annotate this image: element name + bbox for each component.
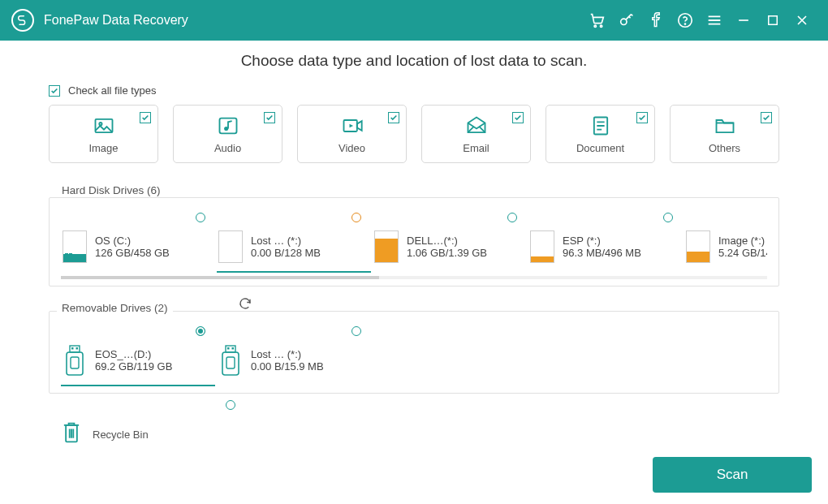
type-card-video[interactable]: Video xyxy=(297,105,407,163)
scan-button[interactable]: Scan xyxy=(653,457,812,493)
svg-rect-5 xyxy=(769,16,778,25)
type-label: Audio xyxy=(214,142,241,154)
key-icon[interactable] xyxy=(612,6,641,35)
type-card-others[interactable]: Others xyxy=(670,105,779,163)
svg-rect-17 xyxy=(71,347,74,350)
radio-selected-icon xyxy=(196,326,205,336)
disk-icon xyxy=(374,230,399,263)
drive-size: 5.24 GB/14.9 GB xyxy=(718,247,767,259)
trash-icon xyxy=(60,420,83,449)
type-card-document[interactable]: Document xyxy=(546,105,655,163)
drive-item[interactable]: Lost … (*:) 0.00 B/15.9 MB xyxy=(217,326,371,386)
type-label: Document xyxy=(576,142,624,154)
scan-button-label: Scan xyxy=(717,467,748,483)
close-button[interactable] xyxy=(787,6,817,35)
removable-section-title: Removable Drives (2) xyxy=(57,302,173,314)
svg-rect-14 xyxy=(65,257,68,261)
drive-item[interactable]: EOS_…(D:) 69.2 GB/119 GB xyxy=(61,326,215,386)
radio-icon xyxy=(351,326,361,336)
type-label: Image xyxy=(88,142,118,154)
drive-item[interactable]: ESP (*:) 96.3 MB/496 MB xyxy=(528,213,683,273)
type-card-image[interactable]: Image xyxy=(49,105,158,163)
svg-rect-15 xyxy=(69,257,72,261)
drive-name: DELL…(*:) xyxy=(407,235,487,247)
refresh-icon[interactable] xyxy=(238,296,252,311)
svg-rect-16 xyxy=(70,346,80,352)
drive-name: Lost … (*:) xyxy=(251,235,321,247)
minimize-button[interactable] xyxy=(729,6,758,35)
image-icon xyxy=(93,114,115,137)
svg-rect-12 xyxy=(65,253,68,256)
checkbox-checked-icon xyxy=(761,112,772,123)
hdd-row: OS (C:) 126 GB/458 GB Lost … (*:) 0.00 B… xyxy=(61,213,767,273)
email-icon xyxy=(465,114,488,137)
drive-item[interactable]: Lost … (*:) 0.00 B/128 MB xyxy=(217,213,371,273)
hdd-scrollbar[interactable] xyxy=(61,276,767,279)
svg-rect-25 xyxy=(226,357,235,368)
drive-item[interactable]: OS (C:) 126 GB/458 GB xyxy=(61,213,215,273)
svg-point-7 xyxy=(99,123,101,125)
checkbox-checked-icon xyxy=(512,112,524,123)
recycle-bin-label: Recycle Bin xyxy=(93,429,149,441)
check-all-label: Check all file types xyxy=(68,84,156,97)
svg-rect-20 xyxy=(71,357,79,368)
recycle-bin-item[interactable]: Recycle Bin xyxy=(49,405,779,449)
usb-icon xyxy=(218,344,243,377)
windows-icon xyxy=(65,253,73,261)
title-bar: FonePaw Data Recovery xyxy=(0,0,828,41)
drive-size: 126 GB/458 GB xyxy=(95,247,170,259)
check-all-file-types[interactable]: Check all file types xyxy=(49,84,779,97)
drive-name: Image (*:) xyxy=(718,235,767,247)
menu-icon[interactable] xyxy=(700,6,729,35)
type-label: Video xyxy=(339,142,365,154)
drive-item[interactable]: DELL…(*:) 1.06 GB/1.39 GB xyxy=(373,213,527,273)
svg-point-4 xyxy=(684,24,685,24)
app-logo-icon xyxy=(11,9,34,32)
drive-item[interactable]: Image (*:) 5.24 GB/14.9 GB xyxy=(684,213,767,273)
disk-icon xyxy=(218,230,243,263)
cart-icon[interactable] xyxy=(583,6,612,35)
type-label: Others xyxy=(709,142,740,154)
type-card-email[interactable]: Email xyxy=(421,105,531,163)
drive-name: ESP (*:) xyxy=(563,235,641,247)
checkbox-checked-icon xyxy=(264,112,275,123)
removable-row: EOS_…(D:) 69.2 GB/119 GB Lost … (*:) 0.0… xyxy=(61,326,767,386)
svg-rect-19 xyxy=(67,352,83,375)
usb-icon xyxy=(63,344,87,377)
file-type-row: Image Audio Video Email Document Others xyxy=(49,105,779,163)
facebook-icon[interactable] xyxy=(641,6,671,35)
help-icon[interactable] xyxy=(671,6,700,35)
drive-size: 1.06 GB/1.39 GB xyxy=(407,247,487,259)
folder-icon xyxy=(714,114,736,137)
drive-name: OS (C:) xyxy=(95,235,170,247)
drive-name: EOS_…(D:) xyxy=(95,348,172,360)
disk-icon xyxy=(530,230,554,263)
radio-icon xyxy=(507,213,517,222)
audio-icon xyxy=(217,114,239,137)
document-icon xyxy=(589,114,612,137)
hdd-section-title: Hard Disk Drives (6) xyxy=(57,184,166,196)
maximize-button[interactable] xyxy=(758,6,787,35)
svg-point-1 xyxy=(600,25,602,27)
disk-icon xyxy=(63,230,87,263)
hdd-section: OS (C:) 126 GB/458 GB Lost … (*:) 0.00 B… xyxy=(49,197,779,286)
drive-size: 0.00 B/15.9 MB xyxy=(251,360,324,373)
radio-icon xyxy=(663,213,673,222)
svg-point-0 xyxy=(594,25,596,27)
svg-rect-18 xyxy=(76,347,79,350)
drive-size: 0.00 B/128 MB xyxy=(251,247,321,259)
drive-size: 96.3 MB/496 MB xyxy=(563,247,641,259)
drive-size: 69.2 GB/119 GB xyxy=(95,360,172,373)
removable-section: EOS_…(D:) 69.2 GB/119 GB Lost … (*:) 0.0… xyxy=(49,311,779,394)
type-card-audio[interactable]: Audio xyxy=(173,105,282,163)
svg-point-2 xyxy=(621,19,627,24)
svg-rect-22 xyxy=(227,347,230,350)
main-content: Choose data type and location of lost da… xyxy=(0,41,828,449)
svg-rect-13 xyxy=(69,253,72,256)
checkbox-checked-icon xyxy=(636,112,648,123)
type-label: Email xyxy=(463,142,489,154)
svg-rect-21 xyxy=(226,346,235,352)
radio-icon xyxy=(226,400,235,410)
disk-icon xyxy=(686,230,710,263)
checkbox-checked-icon xyxy=(140,112,151,123)
